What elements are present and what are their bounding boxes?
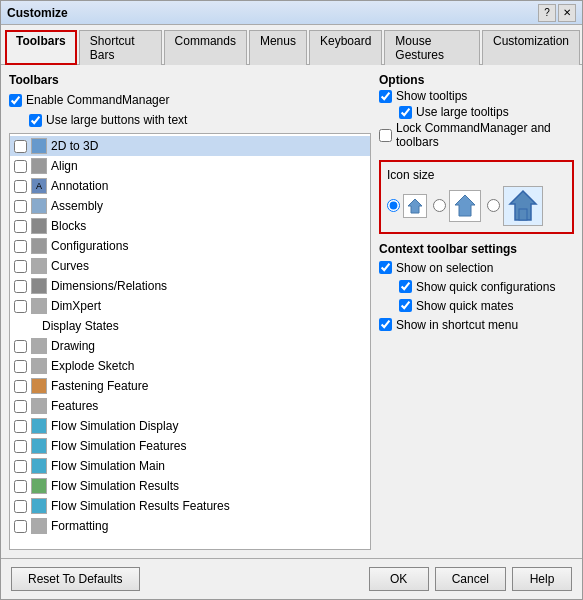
tab-commands[interactable]: Commands <box>164 30 247 65</box>
list-item[interactable]: Flow Simulation Main <box>10 456 370 476</box>
show-in-shortcut-row: Show in shortcut menu <box>379 318 574 332</box>
item-icon-flow-features <box>31 438 47 454</box>
house-icon-large <box>506 189 540 223</box>
item-checkbox-flow-results[interactable] <box>14 480 27 493</box>
icon-size-section: Icon size <box>379 160 574 234</box>
item-checkbox-align[interactable] <box>14 160 27 173</box>
cancel-button[interactable]: Cancel <box>435 567 506 591</box>
tab-shortcut-bars[interactable]: Shortcut Bars <box>79 30 162 65</box>
list-item[interactable]: Fastening Feature <box>10 376 370 396</box>
use-large-tooltips-checkbox[interactable] <box>399 106 412 119</box>
list-item[interactable]: Configurations <box>10 236 370 256</box>
reset-defaults-button[interactable]: Reset To Defaults <box>11 567 140 591</box>
list-item[interactable]: Flow Simulation Results <box>10 476 370 496</box>
use-large-row: Use large buttons with text <box>29 113 371 127</box>
list-item[interactable]: Flow Simulation Display <box>10 416 370 436</box>
options-section: Options Show tooltips Use large tooltips… <box>379 73 574 152</box>
help-title-btn[interactable]: ? <box>538 4 556 22</box>
show-tooltips-row: Show tooltips <box>379 89 574 103</box>
list-item[interactable]: Flow Simulation Features <box>10 436 370 456</box>
item-label-flow-features: Flow Simulation Features <box>51 439 186 453</box>
list-item[interactable]: 2D to 3D <box>10 136 370 156</box>
item-checkbox-flow-display[interactable] <box>14 420 27 433</box>
item-checkbox-drawing[interactable] <box>14 340 27 353</box>
list-item[interactable]: Features <box>10 396 370 416</box>
tab-toolbars[interactable]: Toolbars <box>5 30 77 65</box>
show-tooltips-checkbox[interactable] <box>379 90 392 103</box>
icon-radio-medium[interactable] <box>433 199 446 212</box>
item-checkbox-annotation[interactable] <box>14 180 27 193</box>
item-checkbox-flow-main[interactable] <box>14 460 27 473</box>
item-label-blocks: Blocks <box>51 219 86 233</box>
item-icon-flow-main <box>31 458 47 474</box>
item-checkbox-blocks[interactable] <box>14 220 27 233</box>
show-tooltips-label: Show tooltips <box>396 89 467 103</box>
customize-dialog: Customize ? ✕ Toolbars Shortcut Bars Com… <box>0 0 583 600</box>
item-checkbox-2d3d[interactable] <box>14 140 27 153</box>
item-checkbox-assembly[interactable] <box>14 200 27 213</box>
list-item-display-states[interactable]: Display States <box>10 316 370 336</box>
enable-cm-checkbox[interactable] <box>9 94 22 107</box>
show-in-shortcut-label: Show in shortcut menu <box>396 318 518 332</box>
tab-customization[interactable]: Customization <box>482 30 580 65</box>
item-label-flow-results: Flow Simulation Results <box>51 479 179 493</box>
tab-mouse-gestures[interactable]: Mouse Gestures <box>384 30 480 65</box>
use-large-tooltips-label: Use large tooltips <box>416 105 509 119</box>
tab-menus[interactable]: Menus <box>249 30 307 65</box>
item-icon-blocks <box>31 218 47 234</box>
item-checkbox-explode[interactable] <box>14 360 27 373</box>
show-quick-configs-checkbox[interactable] <box>399 280 412 293</box>
show-quick-mates-checkbox[interactable] <box>399 299 412 312</box>
item-checkbox-flow-results-feat[interactable] <box>14 500 27 513</box>
use-large-checkbox[interactable] <box>29 114 42 127</box>
svg-rect-3 <box>519 209 527 220</box>
item-checkbox-fastening[interactable] <box>14 380 27 393</box>
item-checkbox-flow-features[interactable] <box>14 440 27 453</box>
list-item[interactable]: Blocks <box>10 216 370 236</box>
list-item[interactable]: Flow Simulation Results Features <box>10 496 370 516</box>
list-item[interactable]: A Annotation <box>10 176 370 196</box>
item-icon-dimrel <box>31 278 47 294</box>
tab-keyboard[interactable]: Keyboard <box>309 30 382 65</box>
item-checkbox-dimxpert[interactable] <box>14 300 27 313</box>
item-checkbox-formatting[interactable] <box>14 520 27 533</box>
house-icon-small <box>406 197 424 215</box>
item-checkbox-configurations[interactable] <box>14 240 27 253</box>
close-title-btn[interactable]: ✕ <box>558 4 576 22</box>
show-on-selection-checkbox[interactable] <box>379 261 392 274</box>
item-checkbox-features[interactable] <box>14 400 27 413</box>
icon-medium-preview <box>449 190 481 222</box>
item-label-fastening: Fastening Feature <box>51 379 148 393</box>
list-item[interactable]: Explode Sketch <box>10 356 370 376</box>
show-quick-configs-label: Show quick configurations <box>416 280 555 294</box>
list-item[interactable]: Formatting <box>10 516 370 536</box>
list-item[interactable]: Curves <box>10 256 370 276</box>
right-panel: Options Show tooltips Use large tooltips… <box>379 73 574 550</box>
item-label-flow-main: Flow Simulation Main <box>51 459 165 473</box>
use-large-label: Use large buttons with text <box>46 113 187 127</box>
item-icon-2d3d <box>31 138 47 154</box>
window-title: Customize <box>7 6 68 20</box>
show-on-selection-label: Show on selection <box>396 261 493 275</box>
list-item[interactable]: Dimensions/Relations <box>10 276 370 296</box>
list-item[interactable]: Assembly <box>10 196 370 216</box>
item-icon-drawing <box>31 338 47 354</box>
item-label-features: Features <box>51 399 98 413</box>
lock-cm-checkbox[interactable] <box>379 129 392 142</box>
dialog-buttons: OK Cancel Help <box>369 567 572 591</box>
item-icon-flow-results <box>31 478 47 494</box>
icon-radio-small[interactable] <box>387 199 400 212</box>
icon-option-medium <box>433 190 481 222</box>
list-item[interactable]: Drawing <box>10 336 370 356</box>
item-checkbox-dimrel[interactable] <box>14 280 27 293</box>
ok-button[interactable]: OK <box>369 567 429 591</box>
show-in-shortcut-checkbox[interactable] <box>379 318 392 331</box>
help-button[interactable]: Help <box>512 567 572 591</box>
list-item[interactable]: Align <box>10 156 370 176</box>
show-quick-configs-row: Show quick configurations <box>399 280 574 294</box>
item-label-align: Align <box>51 159 78 173</box>
list-item[interactable]: DimXpert <box>10 296 370 316</box>
icon-radio-large[interactable] <box>487 199 500 212</box>
toolbar-list: 2D to 3D Align A Annotation <box>10 134 370 538</box>
item-checkbox-curves[interactable] <box>14 260 27 273</box>
